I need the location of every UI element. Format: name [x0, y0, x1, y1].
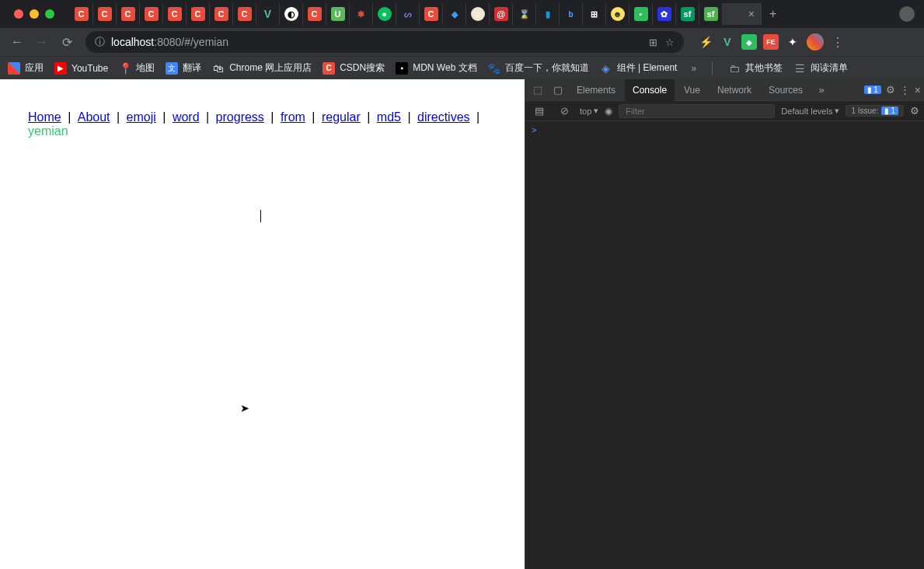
tab-18[interactable]: ☺: [466, 3, 490, 25]
console-issues-button[interactable]: 1 Issue: ▮ 1: [846, 105, 904, 117]
minimize-window-button[interactable]: [30, 9, 39, 19]
device-toggle-button[interactable]: ▢: [549, 81, 567, 99]
mdn-icon: ▪: [396, 62, 408, 75]
bookmark-translate[interactable]: 文翻译: [166, 61, 201, 75]
ext-icon-1[interactable]: ⚡: [698, 34, 713, 50]
tab-26[interactable]: ✿: [653, 3, 676, 25]
bookmark-youtube[interactable]: ▶YouTube: [54, 62, 108, 75]
bookmark-map[interactable]: 📍地图: [119, 61, 155, 75]
tab-11[interactable]: C: [303, 3, 326, 25]
tab-15[interactable]: ᔕ: [396, 3, 420, 25]
tab-24[interactable]: ☻: [606, 3, 629, 25]
bookmark-readlist[interactable]: ☰阅读清单: [793, 61, 848, 75]
profile-button[interactable]: [807, 33, 824, 51]
nav-separator: |: [203, 110, 213, 124]
tab-12[interactable]: U: [326, 3, 350, 25]
tab-16[interactable]: C: [420, 3, 443, 25]
console-levels-select[interactable]: Default levels ▾: [781, 106, 839, 116]
list-icon: ☰: [793, 62, 806, 75]
bookmark-other[interactable]: 🗀其他书签: [728, 61, 783, 75]
bookmark-chromestore[interactable]: 🛍Chrome 网上应用店: [212, 61, 312, 75]
profile-avatar[interactable]: [899, 6, 915, 22]
bookmark-csdn[interactable]: CCSDN搜索: [323, 61, 385, 75]
console-sidebar-toggle[interactable]: ▤: [530, 102, 549, 120]
tab-22[interactable]: b: [560, 3, 583, 25]
folder-icon: 🗀: [728, 62, 741, 75]
console-clear-button[interactable]: ⊘: [555, 102, 574, 120]
nav-link-from[interactable]: from: [281, 110, 305, 124]
site-info-icon[interactable]: ⓘ: [95, 35, 105, 49]
extensions-button[interactable]: ✦: [785, 34, 800, 50]
ext-evernote-icon[interactable]: ◆: [741, 34, 757, 50]
text-caret: [260, 210, 261, 222]
bookmark-baidu[interactable]: 🐾百度一下，你就知道: [488, 61, 589, 75]
console-settings-icon[interactable]: ⚙: [910, 105, 919, 117]
nav-link-about[interactable]: About: [78, 110, 110, 124]
nav-link-md5[interactable]: md5: [377, 110, 401, 124]
tab-active[interactable]: ×: [723, 3, 762, 25]
nav-link-progress[interactable]: progress: [216, 110, 264, 124]
tab-13[interactable]: ✱: [350, 3, 373, 25]
new-tab-button[interactable]: +: [762, 7, 784, 21]
console-output[interactable]: >: [525, 121, 924, 569]
ext-vue-icon[interactable]: V: [720, 34, 735, 50]
tab-9[interactable]: V: [256, 3, 280, 25]
nav-link-emoji[interactable]: emoji: [127, 110, 156, 124]
inspect-element-button[interactable]: ⬚: [528, 81, 547, 99]
browser-menu-button[interactable]: ⋮: [827, 35, 849, 50]
devtools-close-icon[interactable]: ×: [915, 84, 921, 96]
tab-23[interactable]: ⊞: [583, 3, 606, 25]
tab-6[interactable]: C: [187, 3, 210, 25]
bookmark-apps[interactable]: 应用: [8, 61, 44, 75]
tab-14[interactable]: ●: [373, 3, 396, 25]
tab-7[interactable]: C: [210, 3, 233, 25]
devtools-tab-vue[interactable]: Vue: [676, 79, 708, 101]
nav-link-regular[interactable]: regular: [322, 110, 361, 124]
tab-10[interactable]: ◐: [280, 3, 303, 25]
devtools-more-tabs[interactable]: »: [812, 81, 831, 99]
tab-27[interactable]: sf: [676, 3, 699, 25]
console-prompt-icon: >: [532, 125, 536, 134]
tab-1[interactable]: C: [70, 3, 93, 25]
tab-5[interactable]: C: [163, 3, 187, 25]
tab-28[interactable]: sf: [699, 3, 723, 25]
back-button[interactable]: ←: [6, 31, 28, 53]
nav-separator: |: [473, 110, 480, 124]
bookmark-overflow[interactable]: »: [691, 63, 696, 74]
bookmark-separator: [712, 61, 713, 75]
devtools-tab-console[interactable]: Console: [625, 79, 675, 101]
devtools-settings-icon[interactable]: ⚙: [886, 84, 895, 96]
console-filter-input[interactable]: [619, 104, 775, 118]
bookmark-mdn[interactable]: ▪MDN Web 文档: [396, 61, 476, 75]
reload-button[interactable]: ⟳: [56, 31, 78, 53]
tab-8[interactable]: C: [233, 3, 256, 25]
devtools-tab-sources[interactable]: Sources: [761, 79, 811, 101]
devtools-tab-network[interactable]: Network: [710, 79, 759, 101]
bookmark-star-icon[interactable]: ☆: [665, 37, 675, 48]
close-window-button[interactable]: [14, 9, 23, 19]
console-context-select[interactable]: top ▾: [580, 106, 598, 116]
maximize-window-button[interactable]: [45, 9, 54, 19]
console-live-toggle[interactable]: ◉: [605, 106, 612, 117]
ext-fe-icon[interactable]: FE: [763, 34, 779, 50]
tab-19[interactable]: @: [490, 3, 513, 25]
bookmark-element[interactable]: ◈组件 | Element: [600, 61, 678, 75]
tab-25[interactable]: ▪: [629, 3, 653, 25]
tab-3[interactable]: C: [117, 3, 140, 25]
tab-21[interactable]: ▮: [536, 3, 560, 25]
tab-17[interactable]: ◈: [443, 3, 466, 25]
tab-4[interactable]: C: [140, 3, 163, 25]
nav-link-yemian[interactable]: yemian: [28, 124, 68, 138]
devtools-error-badge[interactable]: ▮ 1: [864, 86, 881, 94]
nav-separator: |: [113, 110, 124, 124]
nav-link-home[interactable]: Home: [28, 110, 61, 124]
devtools-menu-icon[interactable]: ⋮: [900, 84, 910, 96]
close-tab-icon[interactable]: ×: [742, 8, 761, 20]
devtools-tab-elements[interactable]: Elements: [569, 79, 623, 101]
address-bar[interactable]: ⓘ localhost:8080/#/yemian ⊞ ☆: [85, 31, 684, 53]
nav-link-directives[interactable]: directives: [417, 110, 470, 124]
tab-2[interactable]: C: [93, 3, 117, 25]
translate-icon[interactable]: ⊞: [649, 37, 657, 48]
nav-link-word[interactable]: word: [173, 110, 200, 124]
tab-20[interactable]: ⌛: [513, 3, 536, 25]
